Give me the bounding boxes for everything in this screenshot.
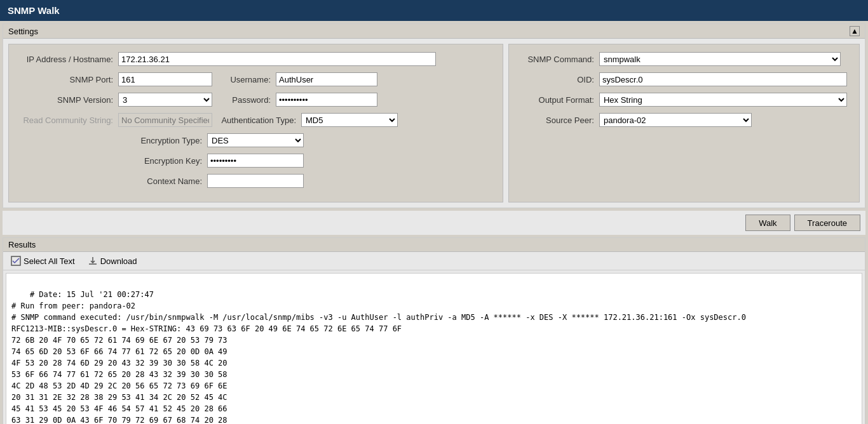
oid-input[interactable]	[599, 72, 847, 86]
auth-type-select[interactable]: MD5 SHA None	[301, 113, 398, 127]
action-bar: Walk Traceroute	[3, 211, 865, 235]
results-label: Results	[8, 240, 36, 249]
results-toolbar: Select All Text Download	[3, 252, 865, 270]
context-label: Context Name:	[17, 176, 207, 186]
results-content: # Date: 15 Jul '21 00:27:47 # Run from p…	[6, 273, 862, 424]
traceroute-button[interactable]: Traceroute	[794, 215, 860, 231]
title-bar: SNMP Walk	[0, 0, 868, 21]
community-label: Read Community String:	[17, 116, 118, 125]
snmp-cmd-row: SNMP Command: snmpwalk snmpget snmpgetne…	[517, 52, 851, 66]
version-select[interactable]: 3 2c 1	[118, 93, 212, 107]
enc-type-label: Encryption Type:	[17, 136, 207, 145]
settings-body: IP Address / Hostname: SNMP Port: Userna…	[3, 39, 865, 208]
context-input[interactable]	[207, 174, 304, 188]
ip-input[interactable]	[118, 52, 436, 66]
walk-button[interactable]: Walk	[745, 215, 790, 231]
results-header: Results	[3, 238, 865, 252]
select-all-button[interactable]: Select All Text	[8, 255, 78, 267]
settings-header: Settings ▲	[3, 24, 865, 39]
oid-row: OID:	[517, 72, 851, 86]
app-title: SNMP Walk	[8, 5, 60, 16]
output-format-select[interactable]: Hex String String Decimal Hex	[599, 93, 847, 107]
source-peer-select[interactable]: pandora-02 localhost	[599, 113, 752, 127]
community-auth-row: Read Community String: Authentication Ty…	[17, 113, 495, 127]
snmp-command-select[interactable]: snmpwalk snmpget snmpgetnext	[599, 52, 841, 66]
password-input[interactable]	[276, 93, 377, 107]
select-all-label: Select All Text	[24, 256, 75, 266]
community-input	[118, 113, 212, 127]
download-icon	[88, 256, 98, 266]
output-format-label: Output Format:	[517, 95, 599, 105]
password-label: Password:	[212, 95, 276, 105]
download-button[interactable]: Download	[85, 255, 140, 267]
results-text: # Date: 15 Jul '21 00:27:47 # Run from p…	[11, 290, 746, 424]
oid-label: OID:	[517, 75, 599, 84]
version-label: SNMP Version:	[17, 95, 118, 105]
version-password-row: SNMP Version: 3 2c 1 Password:	[17, 93, 495, 107]
settings-label: Settings	[8, 27, 38, 36]
enc-key-input[interactable]	[207, 154, 304, 168]
select-all-icon	[11, 256, 21, 266]
username-input[interactable]	[276, 72, 377, 86]
settings-right-panel: SNMP Command: snmpwalk snmpget snmpgetne…	[508, 44, 860, 202]
context-row: Context Name:	[17, 174, 495, 188]
collapse-button[interactable]: ▲	[850, 26, 860, 36]
enc-key-label: Encryption Key:	[17, 156, 207, 166]
ip-label: IP Address / Hostname:	[17, 55, 118, 64]
download-label: Download	[100, 256, 137, 266]
enc-type-select[interactable]: DES AES None	[207, 133, 304, 147]
enc-key-row: Encryption Key:	[17, 154, 495, 168]
username-label: Username:	[212, 75, 276, 84]
port-username-row: SNMP Port: Username:	[17, 72, 495, 86]
enc-type-row: Encryption Type: DES AES None	[17, 133, 495, 147]
settings-section: Settings ▲ IP Address / Hostname: SNMP P…	[3, 23, 865, 208]
settings-left-panel: IP Address / Hostname: SNMP Port: Userna…	[8, 44, 503, 202]
source-peer-label: Source Peer:	[517, 116, 599, 125]
ip-field-row: IP Address / Hostname:	[17, 52, 495, 66]
output-format-row: Output Format: Hex String String Decimal…	[517, 93, 851, 107]
port-input[interactable]	[118, 72, 212, 86]
auth-type-label: Authentication Type:	[212, 116, 301, 125]
port-label: SNMP Port:	[17, 75, 118, 84]
results-section: Results Select All Text Download # Date:…	[3, 237, 865, 424]
source-peer-row: Source Peer: pandora-02 localhost	[517, 113, 851, 127]
snmp-cmd-label: SNMP Command:	[517, 55, 599, 64]
